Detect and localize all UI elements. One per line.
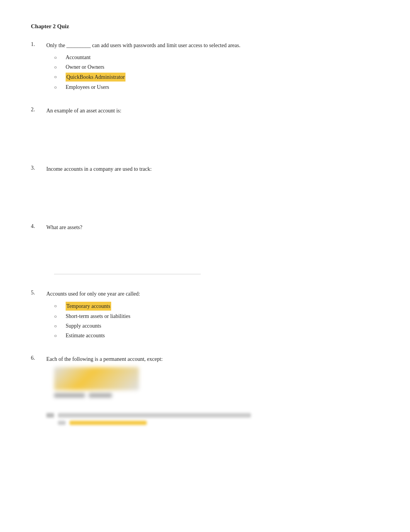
option-text: Employees or Users	[66, 83, 109, 91]
q6-number: 6.	[31, 355, 46, 363]
q6-text: Each of the following is a permanent acc…	[46, 355, 163, 363]
question-4: 4. What are assets?	[31, 223, 379, 274]
q4-divider	[54, 274, 201, 274]
question-6: 6. Each of the following is a permanent …	[31, 355, 379, 398]
q4-spacer	[31, 235, 379, 266]
question-5: 5. Accounts used for only one year are c…	[31, 290, 379, 340]
option-bullet: ○	[54, 331, 66, 339]
list-item: ○ Short-term assets or liabilities	[54, 312, 379, 320]
option-bullet: ○	[54, 83, 66, 91]
q3-spacer	[31, 177, 379, 208]
list-item: ○ QuickBooks Administrator	[54, 73, 379, 82]
q7-blurred-area	[46, 413, 379, 425]
question-2: 2. An example of an asset account is:	[31, 107, 379, 150]
option-bullet: ○	[54, 322, 66, 330]
q1-options: ○ Accountant ○ Owner or Owners ○ QuickBo…	[54, 53, 379, 91]
q2-spacer	[31, 119, 379, 150]
option-text-highlighted: Temporary accounts	[66, 302, 111, 311]
q5-options: ○ Temporary accounts ○ Short-term assets…	[54, 302, 379, 340]
list-item: ○ Estimate accounts	[54, 331, 379, 340]
q3-number: 3.	[31, 165, 46, 173]
q3-text: Income accounts in a company are used to…	[46, 165, 152, 173]
questions-list: 1. Only the _________ can add users with…	[31, 41, 379, 425]
q1-text: Only the _________ can add users with pa…	[46, 41, 241, 49]
page-title: Chapter 2 Quiz	[31, 23, 379, 30]
option-text: Owner or Owners	[66, 63, 104, 71]
page-container: Chapter 2 Quiz 1. Only the _________ can…	[31, 23, 379, 425]
option-text: Estimate accounts	[66, 331, 105, 340]
option-bullet: ○	[54, 53, 66, 61]
list-item: ○ Owner or Owners	[54, 63, 379, 71]
question-7	[31, 413, 379, 425]
list-item: ○ Temporary accounts	[54, 302, 379, 311]
q1-number: 1.	[31, 41, 46, 49]
list-item: ○ Supply accounts	[54, 322, 379, 330]
option-text: Short-term assets or liabilities	[66, 312, 130, 320]
question-1: 1. Only the _________ can add users with…	[31, 41, 379, 91]
q4-text: What are assets?	[46, 223, 82, 231]
q5-text: Accounts used for only one year are call…	[46, 290, 140, 298]
q6-blurred-options	[54, 367, 154, 398]
option-text-highlighted: QuickBooks Administrator	[66, 73, 125, 82]
option-bullet: ○	[54, 312, 66, 320]
option-bullet: ○	[54, 73, 66, 80]
option-bullet: ○	[54, 63, 66, 71]
option-text: Supply accounts	[66, 322, 101, 330]
q6-blurred-image	[54, 367, 139, 390]
q2-text: An example of an asset account is:	[46, 107, 121, 115]
q4-number: 4.	[31, 223, 46, 231]
option-text: Accountant	[66, 53, 91, 61]
option-bullet: ○	[54, 302, 66, 309]
q5-number: 5.	[31, 290, 46, 298]
q2-number: 2.	[31, 107, 46, 115]
list-item: ○ Employees or Users	[54, 83, 379, 91]
question-3: 3. Income accounts in a company are used…	[31, 165, 379, 208]
list-item: ○ Accountant	[54, 53, 379, 61]
